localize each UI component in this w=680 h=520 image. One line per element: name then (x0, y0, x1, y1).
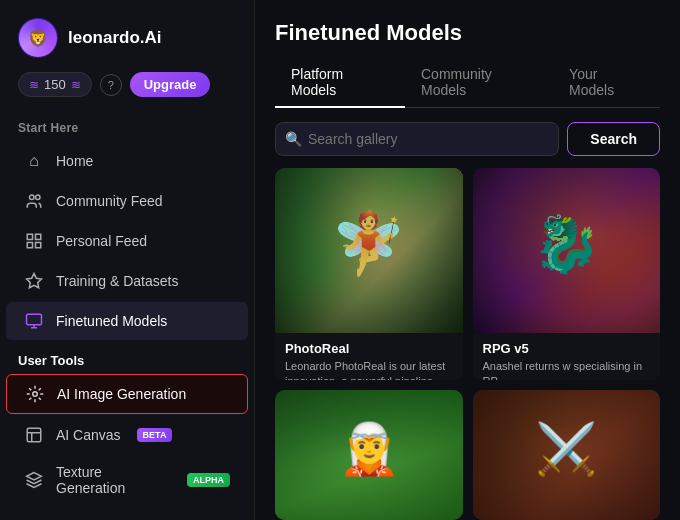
tab-platform-models[interactable]: Platform Models (275, 58, 405, 108)
sidebar-item-community-feed[interactable]: Community Feed (6, 182, 248, 220)
search-button[interactable]: Search (567, 122, 660, 156)
sidebar-item-ai-canvas[interactable]: AI Canvas BETA (6, 416, 248, 454)
rpgv5-title: RPG v5 (483, 341, 651, 356)
credits-icon: ≋ (29, 78, 39, 92)
sidebar-item-ai-canvas-label: AI Canvas (56, 427, 121, 443)
sidebar-item-texture-generation[interactable]: Texture Generation ALPHA (6, 455, 248, 505)
bottom-right-image (473, 390, 661, 520)
search-input-wrapper: 🔍 (275, 122, 559, 156)
tabs: Platform Models Community Models Your Mo… (275, 58, 660, 108)
sidebar-item-personal-feed[interactable]: Personal Feed (6, 222, 248, 260)
ai-canvas-icon (24, 425, 44, 445)
sidebar-item-finetuned-label: Finetuned Models (56, 313, 167, 329)
svg-rect-6 (27, 314, 42, 325)
search-icon: 🔍 (285, 131, 302, 147)
gallery-card-bottom-left[interactable] (275, 390, 463, 520)
help-button[interactable]: ? (100, 74, 122, 96)
credits-value: 150 (44, 77, 66, 92)
svg-rect-3 (36, 234, 41, 239)
alpha-badge: ALPHA (187, 473, 230, 487)
community-feed-icon (24, 191, 44, 211)
svg-rect-5 (36, 243, 41, 248)
page-title: Finetuned Models (275, 20, 660, 46)
user-tools-label: User Tools (0, 345, 254, 372)
upgrade-button[interactable]: Upgrade (130, 72, 211, 97)
photoreal-desc: Leonardo PhotoReal is our latest innovat… (285, 359, 453, 380)
personal-feed-icon (24, 231, 44, 251)
svg-rect-4 (27, 243, 32, 248)
logo-text: leonardo.Ai (68, 28, 162, 48)
training-icon (24, 271, 44, 291)
beta-badge: BETA (137, 428, 173, 442)
sidebar-item-ai-image-label: AI Image Generation (57, 386, 186, 402)
sidebar-item-home[interactable]: ⌂ Home (6, 142, 248, 180)
sidebar-item-training-label: Training & Datasets (56, 273, 178, 289)
svg-point-1 (36, 195, 41, 200)
credits-symbol-2: ≋ (71, 78, 81, 92)
ai-image-generation-icon (25, 384, 45, 404)
logo-avatar: 🦁 (18, 18, 58, 58)
photoreal-info: PhotoReal Leonardo PhotoReal is our late… (275, 333, 463, 380)
photoreal-image (275, 168, 463, 333)
user-tools-section: User Tools AI Image Generation AI Canvas… (0, 345, 254, 506)
logo-container: 🦁 leonardo.Ai (0, 0, 254, 72)
start-here-label: Start Here (0, 111, 254, 141)
main-header: Finetuned Models Platform Models Communi… (255, 0, 680, 108)
gallery-grid: PhotoReal Leonardo PhotoReal is our late… (255, 168, 680, 520)
sidebar-item-home-label: Home (56, 153, 93, 169)
rpgv5-info: RPG v5 Anashel returns w specialising in… (473, 333, 661, 380)
svg-point-0 (30, 195, 35, 200)
sidebar-item-ai-image-generation[interactable]: AI Image Generation (6, 374, 248, 414)
photoreal-title: PhotoReal (285, 341, 453, 356)
sidebar-item-texture-label: Texture Generation (56, 464, 171, 496)
gallery-card-bottom-right[interactable] (473, 390, 661, 520)
sidebar-item-personal-label: Personal Feed (56, 233, 147, 249)
gallery-card-photoreal[interactable]: PhotoReal Leonardo PhotoReal is our late… (275, 168, 463, 380)
svg-point-7 (33, 392, 38, 397)
bottom-left-image (275, 390, 463, 520)
svg-rect-2 (27, 234, 32, 239)
sidebar-item-finetuned-models[interactable]: Finetuned Models (6, 302, 248, 340)
finetuned-models-icon (24, 311, 44, 331)
rpgv5-image (473, 168, 661, 333)
tab-community-models[interactable]: Community Models (405, 58, 553, 108)
gallery-card-rpgv5[interactable]: RPG v5 Anashel returns w specialising in… (473, 168, 661, 380)
svg-rect-8 (27, 428, 41, 442)
search-input[interactable] (275, 122, 559, 156)
search-bar: 🔍 Search (255, 108, 680, 168)
sidebar-item-training[interactable]: Training & Datasets (6, 262, 248, 300)
logo-avatar-inner: 🦁 (19, 19, 57, 57)
tab-your-models[interactable]: Your Models (553, 58, 660, 108)
sidebar: 🦁 leonardo.Ai ≋ 150 ≋ ? Upgrade Start He… (0, 0, 255, 520)
texture-generation-icon (24, 470, 44, 490)
rpgv5-desc: Anashel returns w specialising in RP (483, 359, 651, 380)
credits-row: ≋ 150 ≋ ? Upgrade (0, 72, 254, 111)
home-icon: ⌂ (24, 151, 44, 171)
sidebar-item-community-label: Community Feed (56, 193, 163, 209)
credits-badge: ≋ 150 ≋ (18, 72, 92, 97)
main-content: Finetuned Models Platform Models Communi… (255, 0, 680, 520)
